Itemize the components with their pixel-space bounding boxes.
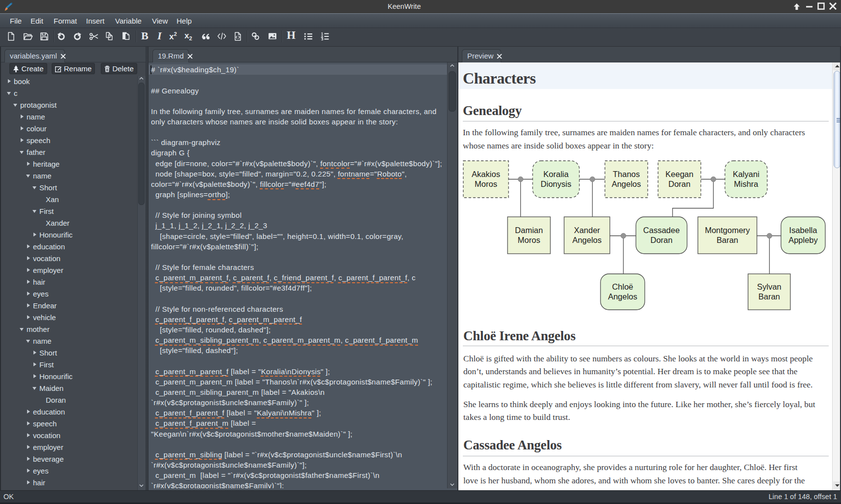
svg-text:Thanos: Thanos <box>613 170 640 178</box>
svg-text:Angelos: Angelos <box>612 179 641 188</box>
svg-text:Koralia: Koralia <box>543 170 569 178</box>
svg-text:Chloë: Chloë <box>612 282 633 291</box>
svg-text:Angelos: Angelos <box>608 292 637 301</box>
svg-text:Kalyani: Kalyani <box>733 170 759 178</box>
svg-text:Sylvan: Sylvan <box>757 282 781 291</box>
svg-text:Mishra: Mishra <box>734 179 758 188</box>
svg-text:Baran: Baran <box>717 236 738 244</box>
svg-text:Xander: Xander <box>574 226 601 235</box>
svg-text:Dionysis: Dionysis <box>541 179 571 188</box>
svg-text:Cassadee: Cassadee <box>643 226 680 235</box>
svg-text:Akakios: Akakios <box>472 170 500 178</box>
svg-text:Damian: Damian <box>515 226 543 235</box>
svg-text:Isabella: Isabella <box>789 226 818 235</box>
svg-text:Montgomery: Montgomery <box>705 226 750 235</box>
svg-text:Appleby: Appleby <box>788 236 818 244</box>
svg-text:Angelos: Angelos <box>572 236 602 244</box>
svg-text:Doran: Doran <box>668 179 691 188</box>
svg-text:Moros: Moros <box>518 236 541 244</box>
svg-text:Doran: Doran <box>651 236 673 244</box>
svg-text:Keegan: Keegan <box>665 170 693 178</box>
svg-text:Moros: Moros <box>475 179 497 188</box>
svg-text:Baran: Baran <box>758 292 780 301</box>
